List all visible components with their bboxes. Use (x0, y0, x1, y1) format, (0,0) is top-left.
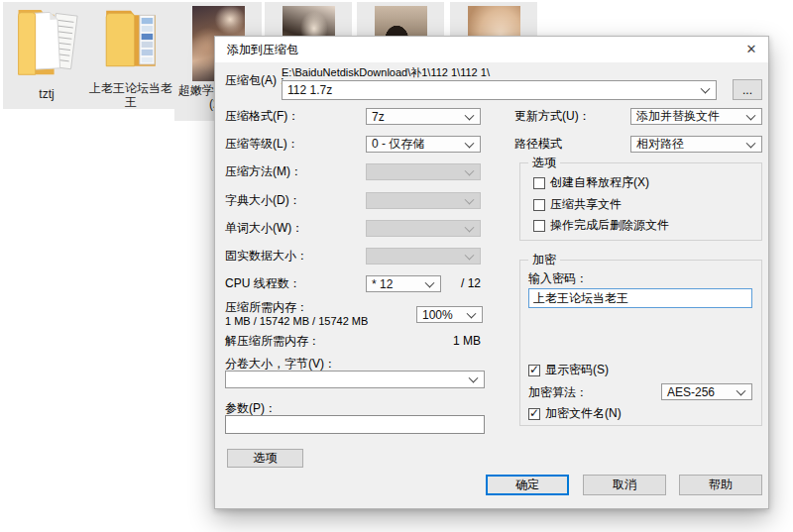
chevron-down-icon (465, 194, 475, 204)
chevron-down-icon (701, 84, 711, 94)
encryption-method-select[interactable]: AES-256 (661, 383, 752, 400)
memory-usage-detail: 1 MB / 15742 MB / 15742 MB (225, 314, 368, 328)
archive-path: E:\BaiduNetdiskDownload\补1\112 1\112 1\ (282, 64, 490, 81)
dialog-title: 添加到压缩包 (227, 37, 298, 62)
level-value: 0 - 仅存储 (372, 136, 424, 153)
options-button[interactable]: 选项 (227, 449, 303, 468)
parameters-input[interactable] (225, 415, 485, 434)
close-icon[interactable]: ✕ (735, 37, 768, 62)
compress-shared-label: 压缩共享文件 (550, 196, 622, 213)
cpu-threads-total: / 12 (413, 275, 481, 292)
ok-button[interactable]: 确定 (486, 475, 569, 495)
ok-button-label: 确定 (515, 477, 539, 493)
decompress-memory-label: 解压缩所需内存： (225, 333, 320, 350)
folder-documents-icon (11, 2, 82, 85)
chevron-down-icon (467, 308, 477, 318)
cpu-threads-label: CPU 线程数： (225, 275, 301, 292)
method-label: 压缩方法(M)： (225, 163, 302, 180)
chevron-down-icon (465, 250, 475, 260)
encrypt-filenames-label: 加密文件名(N) (545, 405, 622, 422)
update-mode-select[interactable]: 添加并替换文件 (630, 108, 762, 125)
folder-pictures-icon (95, 2, 167, 79)
dialog-body: 压缩包(A)： E:\BaiduNetdiskDownload\补1\112 1… (215, 62, 768, 510)
chevron-down-icon (465, 138, 475, 148)
file-item-folder2[interactable]: 上老王论坛当老王 (87, 2, 174, 109)
add-to-archive-dialog: 添加到压缩包 ✕ 压缩包(A)： E:\BaiduNetdiskDownload… (214, 36, 769, 509)
checkbox-icon (533, 177, 545, 189)
path-mode-value: 相对路径 (636, 136, 684, 153)
show-password-label: 显示密码(S) (545, 362, 609, 378)
help-button-label: 帮助 (709, 477, 733, 493)
chevron-down-icon (465, 110, 475, 120)
checkbox-icon (533, 220, 545, 232)
encryption-method-value: AES-256 (667, 385, 715, 399)
encrypt-filenames-checkbox[interactable]: 加密文件名(N) (528, 406, 622, 421)
password-label: 输入密码： (528, 270, 588, 287)
browse-button[interactable]: ... (733, 79, 762, 100)
checkbox-icon (533, 199, 545, 211)
file-item-label: 上老王论坛当老王 (87, 81, 174, 109)
checkbox-icon (528, 408, 540, 420)
browse-button-label: ... (742, 83, 752, 97)
encryption-group-label: 加密 (528, 253, 560, 267)
chevron-down-icon (746, 138, 756, 148)
chevron-down-icon (469, 373, 479, 383)
options-button-label: 选项 (254, 450, 278, 467)
password-input[interactable] (528, 288, 752, 308)
update-mode-value: 添加并替换文件 (636, 108, 720, 125)
path-mode-select[interactable]: 相对路径 (630, 136, 762, 153)
decompress-memory-value: 1 MB (394, 333, 481, 350)
cancel-button-label: 取消 (613, 477, 636, 493)
delete-after-label: 操作完成后删除源文件 (550, 217, 669, 234)
checkbox-icon (528, 365, 540, 376)
options-group-label: 选项 (528, 156, 560, 170)
word-size-label: 单词大小(W)： (225, 220, 303, 237)
cancel-button[interactable]: 取消 (583, 475, 666, 495)
encryption-group: 加密 输入密码： 显示密码(S) 加密算法： AES-256 加密文件名(N) (519, 260, 762, 426)
update-mode-label: 更新方式(U)： (514, 108, 591, 125)
chevron-down-icon (746, 110, 756, 120)
archive-label: 压缩包(A)： (225, 72, 288, 89)
format-select[interactable]: 7z (366, 108, 481, 125)
show-password-checkbox[interactable]: 显示密码(S) (528, 363, 609, 377)
archive-name-value: 112 1.7z (287, 83, 332, 97)
memory-percent-select[interactable]: 100% (416, 306, 483, 323)
format-label: 压缩格式(F)： (225, 108, 299, 125)
chevron-down-icon (736, 385, 746, 395)
create-sfx-label: 创建自释放程序(X) (550, 174, 649, 191)
memory-usage-label: 压缩所需内存： (225, 300, 308, 314)
file-item-tztj[interactable]: tztj (3, 2, 90, 109)
create-sfx-checkbox[interactable]: 创建自释放程序(X) (533, 175, 649, 190)
solid-block-select (366, 248, 481, 265)
archive-name-combobox[interactable]: 112 1.7z (282, 80, 717, 100)
compress-shared-checkbox[interactable]: 压缩共享文件 (533, 197, 622, 212)
delete-after-checkbox[interactable]: 操作完成后删除源文件 (533, 218, 669, 233)
memory-percent-value: 100% (422, 308, 453, 322)
solid-block-label: 固实数据大小： (225, 248, 308, 265)
format-value: 7z (372, 110, 385, 124)
chevron-down-icon (465, 222, 475, 232)
level-label: 压缩等级(L)： (225, 136, 299, 153)
file-item-label: tztj (3, 87, 90, 101)
options-group: 选项 创建自释放程序(X) 压缩共享文件 操作完成后删除源文件 (519, 162, 762, 241)
path-mode-label: 路径模式 (514, 136, 562, 153)
method-select (366, 163, 481, 180)
help-button[interactable]: 帮助 (679, 475, 762, 495)
cpu-threads-value: * 12 (372, 277, 393, 291)
volume-size-combobox[interactable] (225, 371, 485, 388)
level-select[interactable]: 0 - 仅存储 (366, 136, 481, 153)
dictionary-select (366, 192, 481, 209)
chevron-down-icon (465, 165, 475, 175)
dialog-titlebar[interactable]: 添加到压缩包 ✕ (215, 37, 768, 62)
dictionary-label: 字典大小(D)： (225, 192, 301, 209)
word-size-select (366, 220, 481, 237)
encryption-method-label: 加密算法： (528, 384, 588, 401)
